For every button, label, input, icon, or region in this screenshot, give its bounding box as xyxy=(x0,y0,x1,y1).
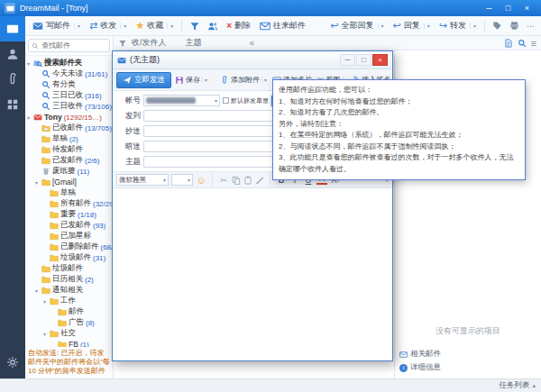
tree-item[interactable]: 草稿 xyxy=(25,187,113,198)
tree-item[interactable]: 有分类 xyxy=(25,79,113,90)
chevron-down-icon[interactable]: ▾ xyxy=(470,23,476,29)
chevron-down-icon[interactable]: ▾ xyxy=(163,177,166,183)
account-select[interactable]: ▾ xyxy=(143,95,220,106)
expander-icon[interactable]: ▾ xyxy=(27,60,33,67)
maximize-button[interactable]: □ xyxy=(499,2,518,15)
format-painter-button[interactable] xyxy=(255,176,264,185)
tree-item[interactable]: ▾[Gmail] xyxy=(25,177,113,187)
menu-icon[interactable]: ≡ xyxy=(531,38,536,49)
tree-item[interactable]: 草稿(2) xyxy=(25,133,113,144)
tree-item[interactable]: 日历相关(2) xyxy=(25,274,113,285)
font-size-select[interactable]: ▾ xyxy=(171,174,193,186)
filter-button[interactable] xyxy=(187,19,203,33)
compose-titlebar[interactable]: (无主题) ─ □ × xyxy=(113,51,392,69)
tag-button[interactable] xyxy=(490,19,505,32)
tree-item[interactable]: 三日已收(316) xyxy=(25,90,113,101)
message-body-editor[interactable] xyxy=(113,188,392,360)
reply-button[interactable]: ↩ 回复 ▾ xyxy=(390,18,434,33)
contacts-button[interactable] xyxy=(205,19,221,33)
expander-icon[interactable]: ▾ xyxy=(43,298,50,305)
collapse-pane-icon[interactable]: « xyxy=(250,38,255,48)
tree-item[interactable]: ▾Tony(1292/15…) xyxy=(25,112,113,123)
compose-maximize-button[interactable]: □ xyxy=(356,54,371,66)
tree-item[interactable]: 三日收件(73/106) xyxy=(25,101,113,112)
module-attachments-button[interactable] xyxy=(0,67,25,92)
tab-related-mail[interactable]: 相关邮件 xyxy=(399,349,441,360)
chevron-down-icon[interactable]: ▾ xyxy=(215,97,217,104)
tab-details[interactable]: i 详细信息 xyxy=(399,362,441,373)
compose-close-button[interactable]: × xyxy=(372,54,388,66)
tree-item[interactable]: 已删除邮件(68/159) xyxy=(25,242,113,252)
settings-button[interactable] xyxy=(0,350,25,375)
task-list-button[interactable]: 任务列表 ▴ xyxy=(499,380,536,391)
chevron-down-icon[interactable]: ▾ xyxy=(120,23,126,29)
expander-icon[interactable]: ▾ xyxy=(35,287,41,294)
tree-item[interactable]: 垃圾邮件(31) xyxy=(25,252,113,263)
chevron-down-icon[interactable]: ▾ xyxy=(424,23,430,29)
tree-item[interactable]: 邮件 xyxy=(25,306,113,317)
write-mail-button[interactable]: 写邮件 ▾ xyxy=(29,18,84,33)
tree-item[interactable]: 今天未读(31/61) xyxy=(25,68,113,79)
tree-item[interactable]: ▾社交 xyxy=(25,328,113,339)
expander-icon[interactable]: ▾ xyxy=(27,114,33,121)
tree-item[interactable]: ▾通知相关 xyxy=(25,285,113,296)
folder-icon xyxy=(50,329,59,338)
checkbox-icon[interactable] xyxy=(223,97,229,104)
compose-minimize-button[interactable]: ─ xyxy=(340,54,355,66)
tree-item[interactable]: 重要(1/18) xyxy=(25,209,113,220)
folder-icon xyxy=(58,318,67,327)
search-icon[interactable] xyxy=(518,39,527,48)
search-box[interactable] xyxy=(28,39,110,52)
copy-button[interactable] xyxy=(232,176,241,185)
favorites-button[interactable]: ★ 收藏 ▾ xyxy=(132,18,177,33)
tree-item[interactable]: FB(1) xyxy=(25,339,113,347)
delete-button[interactable]: × 删除 xyxy=(223,18,254,33)
tree-item[interactable]: 待发邮件 xyxy=(25,144,113,155)
expander-icon[interactable]: ▾ xyxy=(35,179,41,186)
tree-item[interactable]: ▾工作 xyxy=(25,296,113,306)
search-input[interactable] xyxy=(41,41,106,50)
module-apps-button[interactable] xyxy=(0,92,25,117)
send-receive-button[interactable]: ⇄ 收发 ▾ xyxy=(86,18,130,33)
print-button[interactable] xyxy=(507,19,522,32)
unread-count: (31) xyxy=(93,254,105,262)
tree-item[interactable]: 广告(8) xyxy=(25,317,113,328)
chevron-down-icon[interactable]: ▾ xyxy=(261,77,267,83)
emoji-button[interactable]: ☺ xyxy=(196,175,206,186)
save-button[interactable]: 保存 ▾ xyxy=(173,72,209,88)
separate-send-option[interactable]: 默认群发单显 xyxy=(223,96,269,105)
column-subject[interactable]: 主题 xyxy=(186,37,202,49)
tree-item[interactable]: 已发邮件(2/6) xyxy=(25,155,113,166)
reply-all-button[interactable]: ↩ 全部回复 ▾ xyxy=(326,18,387,33)
tree-item[interactable]: 已收邮件(13/705) xyxy=(25,123,113,133)
expander-icon[interactable]: ▾ xyxy=(43,331,50,337)
tree-item[interactable]: 所有邮件(32/296) xyxy=(25,198,113,209)
chevron-down-icon[interactable]: ▾ xyxy=(167,23,173,29)
cut-button[interactable]: ✂ xyxy=(218,175,229,186)
paste-button[interactable] xyxy=(243,176,252,185)
module-contacts-button[interactable] xyxy=(0,41,25,67)
folder-label: 已删除邮件 xyxy=(60,242,99,252)
add-attachment-button[interactable]: 添加附件 ▾ xyxy=(218,72,269,88)
tree-item[interactable]: 已加星标 xyxy=(25,231,113,242)
note-icon[interactable] xyxy=(504,39,513,48)
chevron-down-icon[interactable]: ▾ xyxy=(378,23,384,29)
tree-item[interactable]: 垃圾邮件 xyxy=(25,263,113,274)
tree-item[interactable]: 废纸篓(11) xyxy=(25,166,113,177)
more-button[interactable]: ⋯ xyxy=(524,20,537,32)
font-family-select[interactable]: 微软雅黑 ▾ xyxy=(116,174,169,186)
forward-button[interactable]: ↪ 转发 ▾ xyxy=(436,18,480,33)
filter-icon[interactable] xyxy=(118,39,127,48)
chevron-down-icon[interactable]: ▾ xyxy=(202,77,207,83)
chevron-down-icon[interactable]: ▾ xyxy=(188,177,190,183)
window-titlebar: DreamMail - [Tony] ─ □ × xyxy=(0,0,541,16)
close-button[interactable]: × xyxy=(518,2,536,15)
column-sender[interactable]: 收/发件人 xyxy=(132,37,167,49)
send-now-button[interactable]: 立即发送 xyxy=(116,72,171,88)
tree-item[interactable]: 已发邮件(93) xyxy=(25,220,113,231)
module-mail-button[interactable] xyxy=(0,16,25,41)
chevron-down-icon[interactable]: ▾ xyxy=(74,23,80,29)
correspondence-button[interactable]: 往来邮件 xyxy=(256,18,309,33)
minimize-button[interactable]: ─ xyxy=(480,2,499,15)
tree-item[interactable]: ▾搜索邮件夹 xyxy=(25,58,113,68)
